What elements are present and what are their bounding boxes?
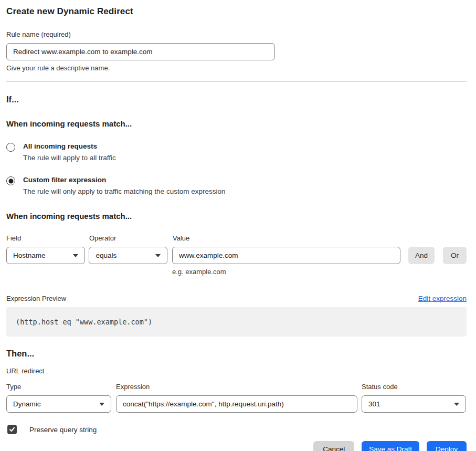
chevron-down-icon [99,403,104,406]
radio-unchecked-icon[interactable] [6,143,15,152]
field-select[interactable]: Hostname [6,247,85,264]
cancel-button[interactable]: Cancel [313,441,354,451]
rule-name-label: Rule name (required) [6,30,467,38]
value-input[interactable] [172,247,400,264]
field-label: Field [6,234,86,242]
operator-label: Operator [89,234,168,242]
save-as-draft-button[interactable]: Save as Draft [362,441,419,451]
type-select-value: Dynamic [13,400,41,408]
page-title: Create new Dynamic Redirect [6,6,467,17]
redirect-expression-input[interactable] [116,395,357,413]
radio-all-requests-description: The rule will apply to all traffic [23,154,116,162]
value-label: Value [173,234,402,242]
radio-custom-expression-label: Custom filter expression [23,176,225,184]
deploy-button[interactable]: Deploy [427,441,467,451]
status-code-label: Status code [362,383,466,391]
then-heading: Then... [6,349,467,359]
chevron-down-icon [155,254,161,257]
rule-name-help: Give your rule a descriptive name. [6,64,467,72]
status-code-select-value: 301 [368,400,380,408]
match-heading: When incoming requests match... [6,119,467,128]
operator-select-value: equals [96,251,117,259]
field-select-value: Hostname [13,251,46,259]
radio-custom-expression-description: The rule will only apply to traffic matc… [23,187,225,195]
type-select[interactable]: Dynamic [6,395,111,413]
chevron-down-icon [454,403,459,406]
preserve-query-label: Preserve query string [29,426,97,434]
section-divider [6,81,467,82]
builder-heading: When incoming requests match... [6,212,467,221]
radio-all-requests-label: All incoming requests [23,142,116,150]
and-button[interactable]: And [408,247,435,264]
value-hint: e.g. example.com [172,268,400,276]
rule-name-input[interactable] [6,43,275,60]
expression-preview-label: Expression Preview [6,295,66,302]
radio-checked-icon[interactable] [6,176,15,185]
checkbox-checked-icon[interactable] [7,425,17,434]
edit-expression-link[interactable]: Edit expression [418,295,467,302]
checkmark-icon [9,426,15,433]
radio-option-all-requests[interactable]: All incoming requests The rule will appl… [6,142,467,162]
radio-option-custom-expression[interactable]: Custom filter expression The rule will o… [6,176,467,195]
chevron-down-icon [73,254,78,257]
url-redirect-label: URL redirect [6,367,467,375]
status-code-select[interactable]: 301 [362,395,466,413]
operator-select[interactable]: equals [89,247,167,264]
create-redirect-form: Create new Dynamic Redirect Rule name (r… [0,0,476,451]
type-label: Type [6,383,111,391]
expression-preview-code: (http.host eq "www.example.com") [6,307,467,337]
if-heading: If... [6,95,467,104]
preserve-query-option[interactable]: Preserve query string [6,425,467,434]
expression-label: Expression [116,383,357,391]
or-button[interactable]: Or [443,247,467,264]
